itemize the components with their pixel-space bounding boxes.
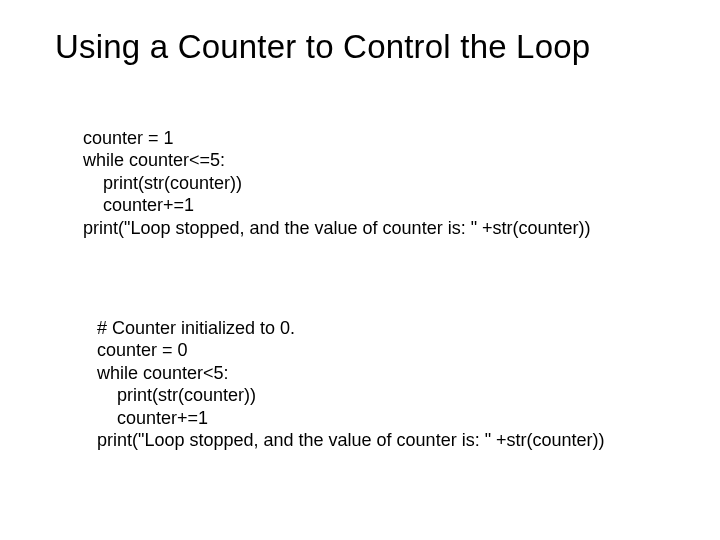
code-line: while counter<5: <box>97 363 229 383</box>
code-line: counter = 0 <box>97 340 188 360</box>
code-block-1: counter = 1 while counter<=5: print(str(… <box>83 104 680 239</box>
code-line: print(str(counter)) <box>83 173 242 193</box>
slide: Using a Counter to Control the Loop coun… <box>0 0 720 540</box>
code-line: counter = 1 <box>83 128 174 148</box>
code-line: while counter<=5: <box>83 150 225 170</box>
code-block-2: # Counter initialized to 0. counter = 0 … <box>97 294 680 452</box>
code-line: counter+=1 <box>97 408 208 428</box>
code-line: counter+=1 <box>83 195 194 215</box>
code-line: print(str(counter)) <box>97 385 256 405</box>
slide-title: Using a Counter to Control the Loop <box>55 28 680 66</box>
code-line: print("Loop stopped, and the value of co… <box>97 430 605 450</box>
code-line: print("Loop stopped, and the value of co… <box>83 218 591 238</box>
code-line: # Counter initialized to 0. <box>97 318 295 338</box>
